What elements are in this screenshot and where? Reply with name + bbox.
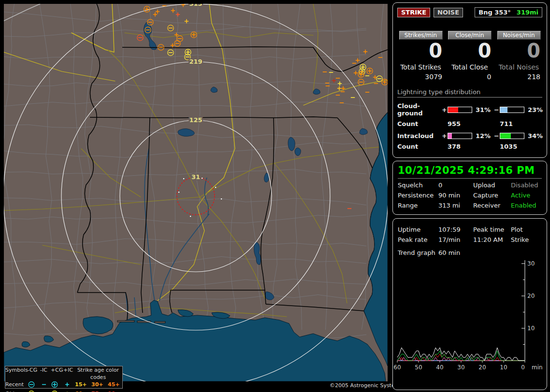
ic-positive-bar bbox=[448, 133, 472, 139]
cg-negative-bar bbox=[500, 107, 524, 113]
map-canvas[interactable]: 31321912531 bbox=[4, 4, 388, 381]
svg-text:20: 20 bbox=[527, 293, 535, 299]
svg-text:30: 30 bbox=[457, 364, 464, 371]
total-noises-label: Total Noises bbox=[495, 63, 542, 71]
total-noises-value: 218 bbox=[495, 73, 542, 81]
bearing-label: Bng 353° bbox=[478, 9, 511, 16]
legend-glyph-m bbox=[40, 381, 51, 390]
cloud-ground-count-row: Count 955 711 bbox=[397, 120, 542, 127]
count-label: Count bbox=[397, 120, 448, 127]
trend-graph-value: 60 min bbox=[438, 249, 473, 256]
strike-stats-panel: STRIKE NOISE Bng 353°319mi Strikes/min 0… bbox=[392, 2, 547, 158]
ic-positive-count: 378 bbox=[448, 143, 500, 150]
lightning-symbol-p bbox=[65, 383, 69, 387]
lightning-symbol-cp bbox=[52, 382, 58, 388]
trend-panel: Uptime 107:59 Peak time Plot Peak rate 1… bbox=[392, 218, 547, 390]
close-column: Close/min 0 Total Close 0 bbox=[447, 31, 493, 81]
strikes-per-min-value: 0 bbox=[397, 41, 444, 61]
capture-label: Capture bbox=[473, 192, 511, 199]
age-code-15+: 15+ bbox=[75, 381, 91, 390]
persistence-label: Persistence bbox=[398, 192, 438, 199]
ic-positive-pct: 12% bbox=[475, 132, 494, 140]
trend-series-intracloud- bbox=[397, 351, 525, 361]
plot-label: Plot bbox=[511, 226, 542, 233]
peak-time-value: 11:20 AM bbox=[473, 236, 511, 243]
noises-per-min-button[interactable]: Noises/min bbox=[497, 31, 541, 40]
symbol-legend: Symbols -CG -IC +CG +IC Strike age color… bbox=[5, 366, 123, 389]
legend-header-pos-cg: +CG bbox=[51, 366, 63, 381]
peak-rate-value: 17/min bbox=[438, 236, 473, 243]
trend-graph-row: Trend graph 60 min bbox=[398, 249, 542, 256]
trend-series-cloud-ground- bbox=[397, 357, 525, 361]
uptime-label: Uptime bbox=[398, 226, 438, 233]
svg-text:20: 20 bbox=[478, 364, 486, 371]
legend-glyph-cm bbox=[28, 390, 40, 392]
noise-mode-button[interactable]: NOISE bbox=[434, 8, 463, 17]
upload-value: Disabled bbox=[511, 182, 542, 189]
minus-sign: − bbox=[494, 106, 500, 113]
minus-sign: − bbox=[494, 132, 500, 140]
upload-label: Upload bbox=[473, 182, 511, 189]
trend-graph: 1020306050403020100min bbox=[394, 256, 545, 377]
squelch-value: 0 bbox=[438, 182, 473, 189]
legend-old-label: Old bbox=[5, 390, 28, 392]
range-value: 313 mi bbox=[438, 202, 473, 209]
plus-sign: + bbox=[442, 132, 448, 140]
count-label: Count bbox=[397, 143, 448, 150]
legend-header-neg-ic: -IC bbox=[40, 366, 51, 381]
svg-text:30: 30 bbox=[527, 260, 535, 267]
status-row: Persistence 90 min Capture Active bbox=[398, 192, 542, 199]
legend-glyph-cp bbox=[51, 390, 63, 392]
cg-positive-pct: 31% bbox=[475, 106, 494, 113]
age-code-90+: 90+ bbox=[108, 390, 121, 392]
legend-header-symbols: Symbols bbox=[5, 366, 28, 381]
strikes-per-min-button[interactable]: Strikes/min bbox=[399, 31, 443, 40]
legend-row-old: Old 60+75+90+ bbox=[5, 390, 122, 392]
legend-row-recent: Recent 15+30+45+ bbox=[5, 381, 122, 390]
status-row: Squelch 0 Upload Disabled bbox=[398, 182, 542, 189]
squelch-label: Squelch bbox=[398, 182, 438, 189]
noises-column: Noises/min 0 Total Noises 218 bbox=[495, 31, 542, 81]
copyright-text: ©2005 Astrogenic Systems bbox=[330, 382, 388, 389]
legend-header-neg-cg: -CG bbox=[28, 366, 40, 381]
intracloud-row: Intracloud + 12% − 34% bbox=[397, 132, 542, 140]
receiver-value: Enabled bbox=[511, 202, 542, 209]
uptime-row: Uptime 107:59 Peak time Plot bbox=[398, 226, 542, 233]
plus-sign: + bbox=[442, 106, 448, 113]
legend-glyph-cm bbox=[28, 381, 40, 390]
close-per-min-button[interactable]: Close/min bbox=[448, 31, 492, 40]
svg-text:min: min bbox=[532, 364, 543, 371]
ic-negative-pct: 34% bbox=[527, 132, 543, 140]
legend-age-title: Strike age color codes bbox=[75, 366, 121, 381]
svg-text:60: 60 bbox=[394, 364, 401, 371]
legend-glyph-p bbox=[63, 390, 75, 392]
svg-text:0: 0 bbox=[521, 364, 525, 371]
lightning-map[interactable]: 31321912531 bbox=[4, 4, 388, 381]
capture-value: Active bbox=[511, 192, 542, 199]
strike-mode-button[interactable]: STRIKE bbox=[397, 8, 430, 17]
status-panel: 10/21/2025 4:29:16 PM Squelch 0 Upload D… bbox=[392, 161, 547, 215]
age-code-60+: 60+ bbox=[75, 390, 91, 392]
svg-text:10: 10 bbox=[527, 325, 535, 332]
cg-negative-pct: 23% bbox=[527, 106, 543, 113]
legend-glyph-p bbox=[63, 381, 75, 390]
noises-per-min-value: 0 bbox=[495, 41, 542, 61]
cloud-ground-label: Cloud-ground bbox=[397, 102, 442, 117]
strikes-column: Strikes/min 0 Total Strikes 3079 bbox=[397, 31, 444, 81]
svg-text:40: 40 bbox=[436, 364, 443, 371]
ic-negative-bar bbox=[500, 133, 524, 139]
total-strikes-value: 3079 bbox=[397, 73, 444, 81]
ring-label-125: 125 bbox=[189, 116, 202, 124]
distribution-title: Lightning type distribution bbox=[397, 88, 542, 98]
bearing-readout: Bng 353°319mi bbox=[475, 7, 542, 17]
ring-label-313: 313 bbox=[189, 4, 202, 7]
peak-rate-label: Peak rate bbox=[398, 236, 438, 243]
total-close-value: 0 bbox=[447, 73, 493, 81]
legend-header-pos-ic: +IC bbox=[63, 366, 75, 381]
legend-glyph-m bbox=[40, 390, 51, 392]
range-label: Range bbox=[398, 202, 438, 209]
peak-time-label: Peak time bbox=[473, 226, 511, 233]
cg-positive-bar bbox=[448, 107, 472, 113]
intracloud-count-row: Count 378 1035 bbox=[397, 143, 542, 150]
uptime-value: 107:59 bbox=[438, 226, 473, 233]
